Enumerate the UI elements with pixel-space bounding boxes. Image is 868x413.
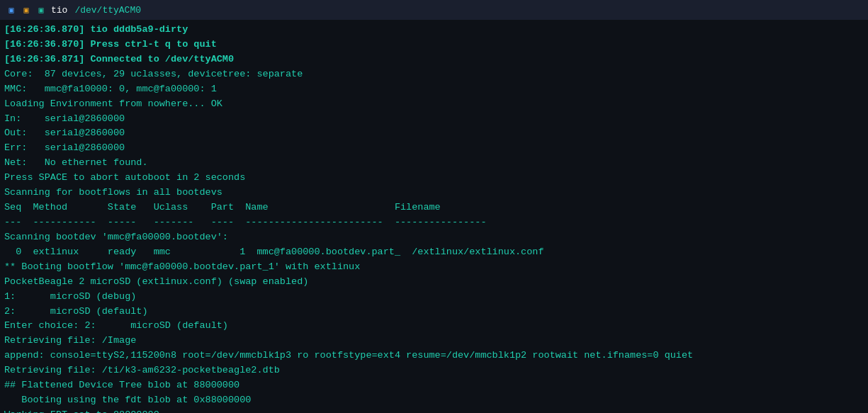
terminal-line: [16:26:36.870] Press ctrl-t q to quit bbox=[4, 38, 864, 52]
terminal-line: [16:26:36.871] Connected to /dev/ttyACM0 bbox=[4, 52, 864, 67]
terminal-line: ## Flattened Device Tree blob at 8800000… bbox=[4, 378, 864, 393]
terminal-line: Scanning bootdev 'mmc@fa00000.bootdev': bbox=[4, 230, 864, 245]
terminal-line: --- ----------- ----- ------- ---- -----… bbox=[4, 215, 864, 230]
terminal-line: Booting using the fdt blob at 0x88000000 bbox=[4, 393, 864, 408]
title-bar: ▣ ▣ ▣ tio /dev/ttyACM0 bbox=[0, 0, 868, 20]
terminal-line: Enter choice: 2: microSD (default) bbox=[4, 319, 864, 334]
terminal-line: PocketBeagle 2 microSD (extlinux.conf) (… bbox=[4, 275, 864, 290]
terminal-line: 1: microSD (debug) bbox=[4, 290, 864, 305]
terminal-line: Press SPACE to abort autoboot in 2 secon… bbox=[4, 171, 864, 186]
title-bar-path: /dev/ttyACM0 bbox=[74, 5, 141, 16]
title-bar-command: tio bbox=[51, 5, 67, 16]
title-bar-icons: ▣ ▣ ▣ bbox=[6, 4, 47, 16]
terminal-line: Retrieving file: /ti/k3-am6232-pocketbea… bbox=[4, 363, 864, 378]
terminal-line: Scanning for bootflows in all bootdevs bbox=[4, 186, 864, 200]
terminal-window: ▣ ▣ ▣ tio /dev/ttyACM0 [16:26:36.870] ti… bbox=[0, 0, 868, 413]
terminal-line: Out: serial@2860000 bbox=[4, 126, 864, 141]
terminal-line: Seq Method State Uclass Part Name Filena… bbox=[4, 200, 864, 215]
icon-teal: ▣ bbox=[35, 4, 47, 16]
terminal-line: Retrieving file: /Image bbox=[4, 334, 864, 349]
terminal-line: append: console=ttyS2,115200n8 root=/dev… bbox=[4, 349, 864, 363]
terminal-line: ** Booting bootflow 'mmc@fa00000.bootdev… bbox=[4, 260, 864, 275]
terminal-line: Loading Environment from nowhere... OK bbox=[4, 97, 864, 112]
terminal-line: 0 extlinux ready mmc 1 mmc@fa00000.bootd… bbox=[4, 245, 864, 260]
icon-orange: ▣ bbox=[21, 4, 32, 16]
terminal-line: Net: No ethernet found. bbox=[4, 156, 864, 171]
terminal-line: Working FDT set to 88000000 bbox=[4, 408, 864, 413]
terminal-line: MMC: mmc@fa10000: 0, mmc@fa00000: 1 bbox=[4, 82, 864, 97]
icon-blue: ▣ bbox=[6, 4, 17, 16]
terminal-body[interactable]: [16:26:36.870] tio dddb5a9-dirty[16:26:3… bbox=[0, 20, 868, 413]
terminal-line: 2: microSD (default) bbox=[4, 305, 864, 319]
terminal-line: [16:26:36.870] tio dddb5a9-dirty bbox=[4, 23, 864, 38]
terminal-line: Err: serial@2860000 bbox=[4, 141, 864, 156]
terminal-line: In: serial@2860000 bbox=[4, 112, 864, 127]
terminal-line: Core: 87 devices, 29 uclasses, devicetre… bbox=[4, 67, 864, 82]
